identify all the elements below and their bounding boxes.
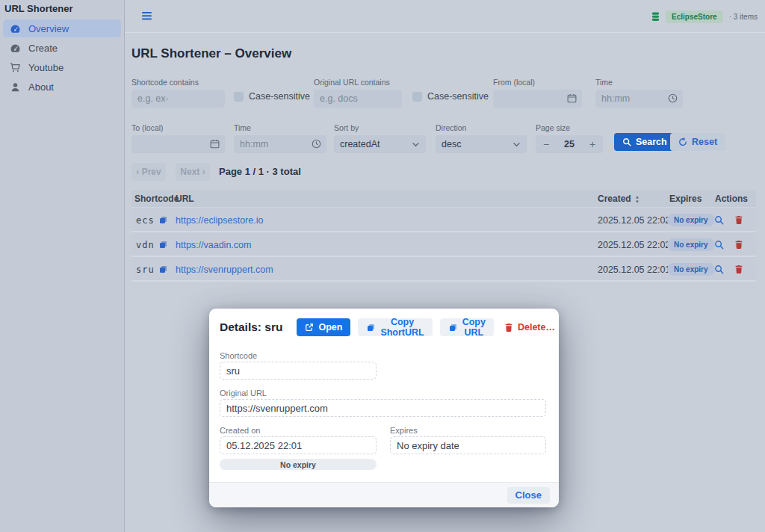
prev-page-button[interactable]: ‹ Prev — [131, 163, 166, 181]
details-dialog: Details: sru Open Copy ShortURL Copy URL… — [209, 309, 559, 507]
filter-direction: Direction desc — [436, 123, 527, 153]
filter-shortcode: Shortcode contains — [131, 78, 225, 108]
details-icon[interactable] — [714, 208, 724, 232]
delete-button[interactable]: Delete… — [501, 318, 558, 336]
created-cell: 2025.12.05 22:01 — [598, 257, 670, 282]
filter-label: Original URL contains — [314, 78, 402, 87]
details-icon[interactable] — [714, 257, 724, 282]
open-button[interactable]: Open — [297, 318, 350, 336]
sidebar-item-overview[interactable]: Overview — [3, 19, 121, 37]
sidebar-item-create[interactable]: Create — [3, 39, 121, 57]
reset-button-label: Reset — [692, 137, 717, 147]
shortcode-cell: ecs — [136, 208, 155, 232]
copy-icon[interactable] — [158, 232, 168, 257]
copy-url-button[interactable]: Copy URL — [440, 318, 494, 336]
case-sensitive-url[interactable]: Case-sensitive — [412, 91, 489, 102]
url-link[interactable]: https://vaadin.com — [176, 240, 251, 250]
table-row: ecs https://eclipsestore.io 2025.12.05 2… — [131, 208, 756, 232]
details-icon[interactable] — [714, 232, 724, 257]
created-cell: 2025.12.05 22:02 — [598, 232, 670, 257]
sort-by-select[interactable]: createdAt — [334, 135, 426, 153]
checkbox-label: Case-sensitive — [249, 91, 310, 102]
copy-shorturl-label: Copy ShortURL — [380, 317, 424, 338]
user-icon — [10, 81, 21, 93]
shortcode-field[interactable] — [220, 362, 377, 380]
search-button[interactable]: Search — [614, 133, 675, 151]
sidebar-item-label: About — [28, 81, 54, 93]
database-icon — [651, 12, 660, 22]
filter-from-time: Time — [595, 78, 683, 108]
created-cell: 2025.12.05 22:02 — [598, 208, 670, 232]
sidebar-item-about[interactable]: About — [3, 78, 121, 96]
dashboard-icon — [10, 23, 21, 34]
filter-from-date: From (local) — [493, 78, 582, 108]
column-header-label: Created — [598, 191, 631, 208]
original-url-field-label: Original URL — [220, 389, 267, 398]
next-page-button[interactable]: Next › — [176, 163, 210, 181]
menu-toggle-icon[interactable] — [141, 11, 152, 21]
shortcode-field-label: Shortcode — [220, 351, 257, 360]
copy-icon — [366, 323, 376, 332]
expires-field-label: Expires — [390, 426, 418, 435]
direction-select[interactable]: desc — [436, 135, 527, 153]
external-link-icon — [305, 323, 314, 332]
created-on-field[interactable] — [220, 436, 377, 454]
topbar: EclipseStore · 3 items — [125, 0, 765, 33]
chevron-down-icon — [512, 142, 521, 147]
filter-label: Time — [234, 123, 326, 132]
column-header-created[interactable]: Created — [598, 191, 640, 208]
shortcode-contains-input[interactable] — [131, 90, 225, 108]
checkbox[interactable] — [234, 92, 244, 102]
expiry-badge: No expiry — [667, 214, 715, 226]
select-value: createdAt — [340, 139, 380, 149]
page-size-stepper: − 25 + — [536, 135, 603, 153]
created-on-field-label: Created on — [220, 426, 260, 435]
url-link[interactable]: https://eclipsestore.io — [176, 215, 263, 226]
table-row: vdn https://vaadin.com 2025.12.05 22:02 … — [131, 232, 756, 257]
checkbox[interactable] — [412, 92, 422, 102]
url-table: Shortcode URL Created Expires Actions ec… — [131, 191, 756, 282]
to-date-input[interactable] — [131, 135, 225, 153]
filter-label: Page size — [536, 123, 603, 132]
pagination-status: Page 1 / 1 · 3 total — [219, 163, 301, 181]
copy-icon[interactable] — [158, 257, 168, 282]
delete-button-label: Delete… — [518, 322, 555, 332]
select-value: desc — [442, 139, 461, 149]
sidebar-item-label: Create — [28, 43, 58, 54]
increment-button[interactable]: + — [582, 135, 603, 153]
from-time-input[interactable] — [595, 90, 683, 108]
filter-to-date: To (local) — [131, 123, 225, 153]
dialog-title: Details: sru — [220, 321, 282, 334]
reset-button[interactable]: Reset — [670, 133, 725, 151]
filter-page-size: Page size − 25 + — [536, 123, 603, 153]
open-button-label: Open — [318, 322, 342, 332]
to-time-input[interactable] — [234, 135, 326, 153]
url-link[interactable]: https://svenruppert.com — [176, 265, 273, 275]
copy-url-label: Copy URL — [462, 317, 486, 338]
filter-label: Shortcode contains — [131, 78, 225, 87]
expires-field[interactable] — [390, 436, 546, 454]
cart-icon — [10, 62, 21, 73]
filter-label: From (local) — [493, 78, 582, 87]
decrement-button[interactable]: − — [536, 135, 557, 153]
original-url-field[interactable] — [220, 399, 546, 417]
expiry-badge: No expiry — [667, 263, 715, 276]
items-count: · 3 items — [729, 13, 758, 21]
trash-icon — [504, 323, 513, 332]
trash-icon[interactable] — [734, 208, 743, 232]
trash-icon[interactable] — [734, 232, 743, 257]
refresh-icon — [678, 137, 687, 146]
sidebar-item-youtube[interactable]: Youtube — [3, 58, 121, 76]
trash-icon[interactable] — [734, 257, 743, 282]
column-header-url: URL — [176, 191, 194, 208]
topbar-status: EclipseStore · 3 items — [651, 0, 758, 33]
copy-shorturl-button[interactable]: Copy ShortURL — [358, 318, 432, 336]
filter-label: Direction — [436, 123, 527, 132]
close-button[interactable]: Close — [507, 487, 550, 504]
copy-icon[interactable] — [158, 208, 168, 232]
from-date-input[interactable] — [493, 90, 582, 108]
original-url-contains-input[interactable] — [314, 90, 402, 108]
case-sensitive-shortcode[interactable]: Case-sensitive — [234, 91, 310, 102]
dialog-header: Details: sru Open Copy ShortURL Copy URL… — [209, 309, 559, 336]
expiry-badge: No expiry — [667, 238, 715, 251]
